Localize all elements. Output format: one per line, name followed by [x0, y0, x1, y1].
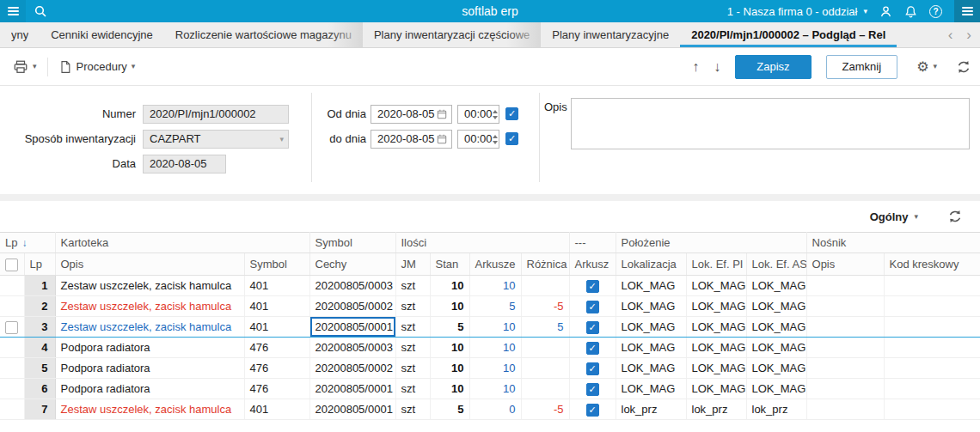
cell-arkusz[interactable] [569, 399, 616, 420]
cell-lok-ef-pi[interactable]: LOK_MAG [686, 296, 746, 317]
cell-lok-ef-as[interactable]: LOK_MAG [746, 338, 806, 358]
cell-lok-ef-pi[interactable]: LOK_MAG [686, 358, 746, 379]
row-select-cell[interactable] [0, 317, 24, 338]
arkusz-checkbox[interactable] [586, 383, 599, 396]
cell-symbol[interactable]: 401 [244, 276, 309, 296]
column-header[interactable]: Opis [55, 253, 244, 276]
column-header[interactable]: Różnica [521, 253, 569, 276]
cell-lokalizacja[interactable]: LOK_MAG [616, 379, 686, 399]
column-group-header[interactable]: --- [569, 233, 616, 253]
data-field[interactable]: 2020-08-05 [143, 155, 226, 173]
procedures-button[interactable]: Procedury ▾ [54, 57, 140, 77]
column-header[interactable]: JM [395, 253, 430, 276]
cell-jm[interactable]: szt [395, 276, 430, 296]
cell-lokalizacja[interactable]: LOK_MAG [616, 338, 686, 358]
opis-field[interactable] [571, 98, 970, 149]
column-header[interactable]: Arkusze [469, 253, 521, 276]
cell-kod-kreskowy[interactable] [884, 296, 980, 317]
cell-cechy[interactable]: 20200805/0001 [309, 317, 395, 338]
cell-jm[interactable]: szt [395, 358, 430, 379]
column-header[interactable]: Kod kreskowy [884, 253, 980, 276]
cell-stan[interactable]: 10 [430, 296, 469, 317]
column-header[interactable]: Cechy [309, 253, 395, 276]
cell-arkusz[interactable] [569, 338, 616, 358]
cell-lp[interactable]: 5 [24, 358, 55, 379]
app-menu-button[interactable] [0, 0, 26, 22]
time-spinner[interactable] [493, 110, 498, 119]
cell-nosnik-opis[interactable] [806, 276, 884, 296]
cell-roznica[interactable] [521, 379, 569, 399]
numer-field[interactable]: 2020/PI/mjn1/000002 [143, 105, 289, 124]
sposob-select[interactable]: CAZPART ▾ [143, 130, 289, 149]
cell-arkusze[interactable]: 0 [469, 399, 521, 420]
cell-roznica[interactable] [521, 358, 569, 379]
cell-cechy[interactable]: 20200805/0001 [309, 399, 395, 420]
cell-arkusz[interactable] [569, 296, 616, 317]
cell-symbol[interactable]: 476 [244, 379, 309, 399]
arkusz-checkbox[interactable] [586, 362, 599, 375]
cell-nosnik-opis[interactable] [806, 296, 884, 317]
cell-arkusz[interactable] [569, 317, 616, 338]
cell-symbol[interactable]: 401 [244, 317, 309, 338]
cell-nosnik-opis[interactable] [806, 317, 884, 338]
cell-cechy[interactable]: 20200805/0002 [309, 296, 395, 317]
column-group-header[interactable]: Lp↓ [0, 233, 55, 253]
cell-jm[interactable]: szt [395, 317, 430, 338]
save-button[interactable]: Zapisz [735, 55, 811, 79]
cell-arkusze[interactable]: 10 [469, 379, 521, 399]
cell-kod-kreskowy[interactable] [884, 338, 980, 358]
tab-6[interactable]: 2020/PI/mjn1/000002 – Podgląd – Rel [680, 22, 897, 47]
move-up-button[interactable]: ↑ [692, 60, 699, 74]
column-group-header[interactable]: Położenie [616, 233, 806, 253]
cell-symbol[interactable]: 401 [244, 399, 309, 420]
column-header[interactable]: Stan [430, 253, 469, 276]
help-icon[interactable]: ? [929, 5, 942, 18]
cell-symbol[interactable]: 476 [244, 338, 309, 358]
cell-arkusz[interactable] [569, 379, 616, 399]
cell-jm[interactable]: szt [395, 296, 430, 317]
cell-roznica[interactable] [521, 338, 569, 358]
cell-roznica[interactable]: -5 [521, 399, 569, 420]
cell-stan[interactable]: 10 [430, 276, 469, 296]
cell-lok-ef-as[interactable]: LOK_MAG [746, 296, 806, 317]
cell-arkusze[interactable]: 10 [469, 358, 521, 379]
cell-kod-kreskowy[interactable] [884, 399, 980, 420]
cell-lok-ef-as[interactable]: LOK_MAG [746, 276, 806, 296]
row-checkbox[interactable] [5, 321, 18, 334]
cell-lp[interactable]: 6 [24, 379, 55, 399]
cell-symbol[interactable]: 476 [244, 358, 309, 379]
cell-lp[interactable]: 4 [24, 338, 55, 358]
cell-opis[interactable]: Podpora radiatora [55, 338, 244, 358]
cell-lokalizacja[interactable]: LOK_MAG [616, 358, 686, 379]
column-header[interactable]: Lok. Ef. PI [686, 253, 746, 276]
window-menu-button[interactable] [954, 0, 980, 22]
column-header[interactable] [0, 253, 24, 276]
tab-scroll-right-icon[interactable]: › [966, 27, 971, 42]
row-select-cell[interactable] [0, 358, 24, 379]
cell-cechy[interactable]: 20200805/0003 [309, 338, 395, 358]
view-selector[interactable]: Ogólny ▾ [870, 210, 918, 223]
column-group-header[interactable]: Nośnik [806, 233, 980, 253]
cell-stan[interactable]: 5 [430, 399, 469, 420]
column-group-header[interactable]: Kartoteka [55, 233, 309, 253]
notifications-button[interactable] [904, 5, 917, 18]
arkusz-checkbox[interactable] [586, 280, 599, 293]
cell-kod-kreskowy[interactable] [884, 358, 980, 379]
cell-cechy[interactable]: 20200805/0001 [309, 379, 395, 399]
column-group-header[interactable]: Ilości [395, 233, 569, 253]
cell-nosnik-opis[interactable] [806, 358, 884, 379]
cell-lok-ef-as[interactable]: LOK_MAG [746, 358, 806, 379]
cell-arkusze[interactable]: 10 [469, 338, 521, 358]
calendar-icon[interactable] [437, 109, 447, 119]
cell-kod-kreskowy[interactable] [884, 276, 980, 296]
column-header[interactable]: Opis [806, 253, 884, 276]
cell-opis[interactable]: Zestaw uszczelek, zacisk hamulca [55, 317, 244, 338]
row-select-cell[interactable] [0, 379, 24, 399]
cell-lp[interactable]: 1 [24, 276, 55, 296]
column-header[interactable]: Lok. Ef. AS [746, 253, 806, 276]
od-dnia-time-field[interactable]: 00:00 [457, 105, 499, 124]
cell-arkusze[interactable]: 5 [469, 296, 521, 317]
tab-4[interactable]: Plany inwentaryzacji częściowe [363, 22, 541, 47]
tab-5[interactable]: Plany inwentaryzacyjne [541, 22, 680, 47]
cell-lok-ef-pi[interactable]: LOK_MAG [686, 338, 746, 358]
